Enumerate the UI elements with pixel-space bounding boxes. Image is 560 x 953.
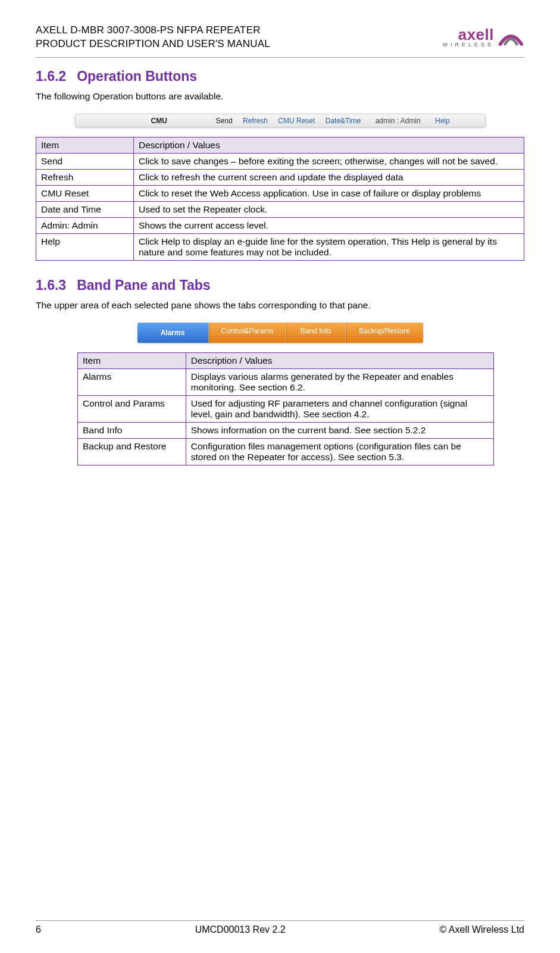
section-title: Operation Buttons [77,68,197,84]
table-header-desc: Description / Values [186,352,493,368]
page-header: AXELL D-MBR 3007-3008-PS NFPA REPEATER P… [36,24,524,58]
section-intro: The following Operation buttons are avai… [36,90,524,103]
header-title-block: AXELL D-MBR 3007-3008-PS NFPA REPEATER P… [36,24,270,51]
company-logo: axell WIRELESS [442,24,524,51]
table-row: RefreshClick to refresh the current scre… [36,169,524,185]
header-line2: PRODUCT DESCRIPTION AND USER'S MANUAL [36,38,270,51]
tabs-screenshot: Alarms Control&Params Band Info Backup/R… [36,323,524,343]
table-row: Date and TimeUsed to set the Repeater cl… [36,201,524,217]
section-heading-operation-buttons: 1.6.2Operation Buttons [36,68,524,85]
footer-copyright: © Axell Wireless Ltd [439,924,524,935]
table-header-item: Item [36,137,134,153]
cmu-refresh: Refresh [243,117,268,125]
section-intro: The upper area of each selected pane sho… [36,299,524,312]
operation-buttons-table: Item Description / Values SendClick to s… [36,137,524,261]
band-tabs-table: Item Description / Values AlarmsDisplays… [77,352,494,465]
cmu-send: Send [216,117,233,125]
cmu-label: CMU [108,117,209,125]
table-header-item: Item [78,352,186,368]
table-row: Control and ParamsUsed for adjusting RF … [78,395,494,422]
table-row: Band InfoShows information on the curren… [78,422,494,438]
logo-mark-icon [498,24,524,51]
cmu-reset: CMU Reset [278,117,315,125]
cmu-toolbar-screenshot: CMU Send Refresh CMU Reset Date&Time adm… [36,114,524,127]
table-row: SendClick to save changes – before exiti… [36,153,524,169]
table-row: HelpClick Help to display an e-guide lin… [36,233,524,260]
table-row: CMU ResetClick to reset the Web Access a… [36,185,524,201]
page-footer: 6 UMCD00013 Rev 2.2 © Axell Wireless Ltd [36,920,524,935]
table-row: Backup and RestoreConfiguration files ma… [78,438,494,465]
section-heading-band-pane: 1.6.3Band Pane and Tabs [36,277,524,293]
logo-brand-name: axell [442,27,494,42]
section-number: 1.6.3 [36,277,66,293]
footer-revision: UMCD00013 Rev 2.2 [195,924,286,935]
tab-backup-restore: Backup/Restore [346,323,423,343]
cmu-help: Help [435,117,450,125]
footer-page-number: 6 [36,924,41,935]
section-title: Band Pane and Tabs [77,277,211,293]
logo-brand-sub: WIRELESS [442,42,494,48]
tab-band-info: Band Info [286,323,346,343]
header-line1: AXELL D-MBR 3007-3008-PS NFPA REPEATER [36,24,270,38]
table-row: AlarmsDisplays various alarms generated … [78,368,494,395]
tab-control-params: Control&Params [209,323,286,343]
tab-alarms: Alarms [137,323,209,343]
cmu-admin: admin : Admin [376,117,421,125]
table-header-desc: Description / Values [134,137,524,153]
section-number: 1.6.2 [36,68,66,85]
cmu-datetime: Date&Time [326,117,361,125]
table-row: Admin: AdminShows the current access lev… [36,217,524,233]
